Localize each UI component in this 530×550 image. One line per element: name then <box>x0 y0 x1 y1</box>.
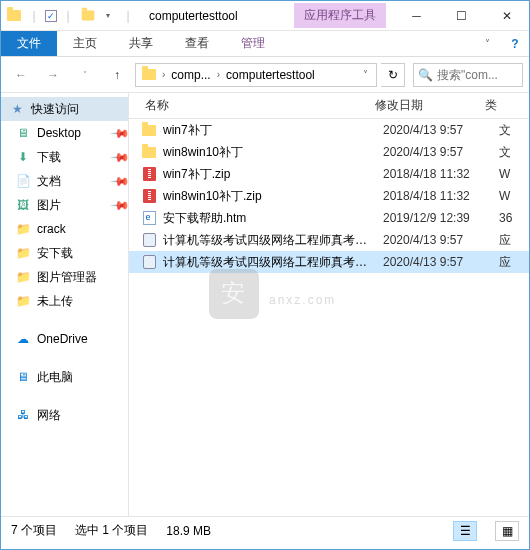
qat-sep: | <box>25 7 43 25</box>
file-type: 36 <box>499 211 519 225</box>
folder-icon <box>5 7 23 25</box>
exe-icon <box>141 232 157 248</box>
file-name: 计算机等级考试四级网络工程师真考题库... <box>163 254 377 271</box>
search-input[interactable] <box>437 68 518 82</box>
chevron-right-icon[interactable]: › <box>217 69 220 80</box>
ribbon-tab-home[interactable]: 主页 <box>57 31 113 56</box>
file-date: 2018/4/18 11:32 <box>383 167 493 181</box>
nav-quick-access-label: 快速访问 <box>31 101 79 118</box>
pin-icon: 📌 <box>110 123 129 144</box>
sidebar-item[interactable]: 📁未上传 <box>1 289 128 313</box>
nav-item-icon: ⬇ <box>15 149 31 165</box>
sidebar-item[interactable]: 📁crack <box>1 217 128 241</box>
file-row[interactable]: win8win10补丁.zip2018/4/18 11:32W <box>129 185 529 207</box>
file-name: 安下载帮助.htm <box>163 210 377 227</box>
nav-recent-icon[interactable]: ˅ <box>71 62 99 88</box>
nav-network[interactable]: 🖧 网络 <box>1 403 128 427</box>
file-row[interactable]: win7补丁2020/4/13 9:57文 <box>129 119 529 141</box>
file-date: 2020/4/13 9:57 <box>383 255 493 269</box>
ribbon-tab-view[interactable]: 查看 <box>169 31 225 56</box>
help-icon[interactable]: ? <box>501 31 529 56</box>
nav-up-button[interactable]: ↑ <box>103 62 131 88</box>
file-name: win8win10补丁.zip <box>163 188 377 205</box>
nav-item-label: 文档 <box>37 173 107 190</box>
file-row[interactable]: win7补丁.zip2018/4/18 11:32W <box>129 163 529 185</box>
nav-this-pc[interactable]: 🖥 此电脑 <box>1 365 128 389</box>
header-type[interactable]: 类 <box>477 97 505 114</box>
sidebar-item[interactable]: 📁图片管理器 <box>1 265 128 289</box>
nav-item-label: 图片管理器 <box>37 269 128 286</box>
nav-onedrive[interactable]: ☁ OneDrive <box>1 327 128 351</box>
navigation-pane[interactable]: ★ 快速访问 🖥Desktop📌⬇下载📌📄文档📌🖼图片📌📁crack📁安下载📁图… <box>1 93 129 516</box>
nav-item-icon: 🖥 <box>15 125 31 141</box>
status-count: 7 个项目 <box>11 522 57 539</box>
refresh-button[interactable]: ↻ <box>381 63 405 87</box>
minimize-button[interactable]: ─ <box>394 1 439 31</box>
file-name: win7补丁 <box>163 122 377 139</box>
file-row[interactable]: 安下载帮助.htm2019/12/9 12:3936 <box>129 207 529 229</box>
file-name: win8win10补丁 <box>163 144 377 161</box>
ribbon-tab-manage[interactable]: 管理 <box>225 31 281 56</box>
file-row[interactable]: 计算机等级考试四级网络工程师真考题库...2020/4/13 9:57应 <box>129 251 529 273</box>
nav-quick-access[interactable]: ★ 快速访问 <box>1 97 128 121</box>
nav-item-icon: 🖼 <box>15 197 31 213</box>
nav-this-pc-label: 此电脑 <box>37 369 73 386</box>
zip-icon <box>141 188 157 204</box>
sidebar-item[interactable]: 📁安下载 <box>1 241 128 265</box>
search-icon: 🔍 <box>418 68 433 82</box>
sidebar-item[interactable]: 🖼图片📌 <box>1 193 128 217</box>
watermark: anxz.com <box>209 269 336 319</box>
nav-item-label: 下载 <box>37 149 107 166</box>
zip-icon <box>141 166 157 182</box>
file-type: W <box>499 189 519 203</box>
address-bar[interactable]: › comp... › computertesttool ˅ <box>135 63 377 87</box>
nav-forward-button[interactable]: → <box>39 62 67 88</box>
view-thumbnails-button[interactable]: ▦ <box>495 521 519 541</box>
sidebar-item[interactable]: 📄文档📌 <box>1 169 128 193</box>
file-date: 2020/4/13 9:57 <box>383 233 493 247</box>
maximize-button[interactable]: ☐ <box>439 1 484 31</box>
pc-icon: 🖥 <box>15 369 31 385</box>
nav-back-button[interactable]: ← <box>7 62 35 88</box>
folder-icon <box>138 67 160 82</box>
star-icon: ★ <box>9 101 25 117</box>
qat-sep2: | <box>59 7 77 25</box>
ribbon-expand-icon[interactable]: ˅ <box>473 31 501 56</box>
breadcrumb-part2[interactable]: computertesttool <box>222 66 319 84</box>
file-date: 2020/4/13 9:57 <box>383 145 493 159</box>
qat-dropdown-icon[interactable]: ▾ <box>99 7 117 25</box>
checkbox-icon[interactable]: ✓ <box>45 10 57 22</box>
column-headers[interactable]: 名称 修改日期 类 <box>129 93 529 119</box>
qat-sep3: | <box>119 7 137 25</box>
cloud-icon: ☁ <box>15 331 31 347</box>
window-title: computertesttool <box>141 9 286 23</box>
folder-small-icon <box>79 7 97 25</box>
close-button[interactable]: ✕ <box>484 1 529 31</box>
address-dropdown-icon[interactable]: ˅ <box>357 69 374 80</box>
nav-item-icon: 📁 <box>15 221 31 237</box>
file-list[interactable]: anxz.com win7补丁2020/4/13 9:57文win8win10补… <box>129 119 529 516</box>
breadcrumb-part1[interactable]: comp... <box>167 66 214 84</box>
pin-icon: 📌 <box>110 147 129 168</box>
nav-item-icon: 📁 <box>15 269 31 285</box>
context-tab-label: 应用程序工具 <box>294 3 386 28</box>
chevron-right-icon[interactable]: › <box>162 69 165 80</box>
sidebar-item[interactable]: ⬇下载📌 <box>1 145 128 169</box>
header-modified[interactable]: 修改日期 <box>367 97 477 114</box>
pin-icon: 📌 <box>110 171 129 192</box>
folder-icon <box>141 122 157 138</box>
network-icon: 🖧 <box>15 407 31 423</box>
search-box[interactable]: 🔍 <box>413 63 523 87</box>
file-type: 应 <box>499 232 519 249</box>
nav-item-label: Desktop <box>37 126 107 140</box>
file-row[interactable]: win8win10补丁2020/4/13 9:57文 <box>129 141 529 163</box>
view-details-button[interactable]: ☰ <box>453 521 477 541</box>
nav-onedrive-label: OneDrive <box>37 332 88 346</box>
ribbon-tab-share[interactable]: 共享 <box>113 31 169 56</box>
file-row[interactable]: 计算机等级考试四级网络工程师真考题库...2020/4/13 9:57应 <box>129 229 529 251</box>
header-name[interactable]: 名称 <box>137 97 367 114</box>
status-selection: 选中 1 个项目 <box>75 522 148 539</box>
watermark-logo-icon <box>209 269 259 319</box>
sidebar-item[interactable]: 🖥Desktop📌 <box>1 121 128 145</box>
ribbon-tab-file[interactable]: 文件 <box>1 31 57 56</box>
